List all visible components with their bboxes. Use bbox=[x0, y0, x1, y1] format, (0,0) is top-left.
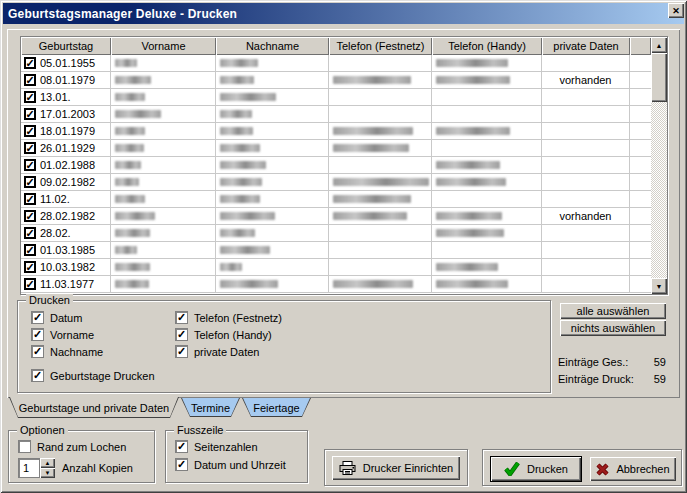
close-button[interactable]: ✕ bbox=[668, 3, 684, 18]
print-field-datum-checkbox[interactable]: ✓ bbox=[31, 311, 44, 324]
row-checkbox[interactable]: ✓ bbox=[24, 159, 36, 171]
vorname-cell bbox=[111, 276, 216, 292]
row-checkbox[interactable]: ✓ bbox=[24, 125, 36, 137]
select-all-button[interactable]: alle auswählen bbox=[560, 303, 666, 319]
column-header-2[interactable]: Vorname bbox=[111, 37, 216, 55]
print-field-telefon-festnetz--row: ✓Telefon (Festnetz) bbox=[175, 311, 282, 324]
festnetz-cell bbox=[329, 208, 432, 224]
print-field-vorname-checkbox[interactable]: ✓ bbox=[31, 328, 44, 341]
birthday-cell: ✓11.03.1977 bbox=[21, 276, 111, 292]
row-checkbox[interactable]: ✓ bbox=[24, 278, 36, 290]
table-row[interactable]: ✓28.02.1982vorhanden bbox=[21, 208, 667, 225]
row-checkbox[interactable]: ✓ bbox=[24, 142, 36, 154]
birthday-cell: ✓11.02. bbox=[21, 191, 111, 207]
footer-datum-und-uhrzeit-checkbox[interactable]: ✓ bbox=[175, 458, 188, 471]
redacted-text bbox=[115, 161, 141, 169]
row-checkbox[interactable]: ✓ bbox=[24, 74, 36, 86]
printer-setup-label: Drucker Einrichten bbox=[363, 462, 453, 474]
column-header-1[interactable]: Geburtstag bbox=[21, 37, 111, 55]
row-checkbox[interactable]: ✓ bbox=[24, 244, 36, 256]
redacted-text bbox=[220, 195, 260, 203]
vertical-scrollbar[interactable]: ▲ ▼ bbox=[651, 37, 667, 294]
table-row[interactable]: ✓28.02. bbox=[21, 225, 667, 242]
column-header-6[interactable]: private Daten bbox=[542, 37, 630, 55]
birthday-cell: ✓28.02.1982 bbox=[21, 208, 111, 224]
festnetz-cell bbox=[329, 225, 432, 241]
table-row[interactable]: ✓13.01. bbox=[21, 89, 667, 106]
print-field-telefon-handy--checkbox[interactable]: ✓ bbox=[175, 328, 188, 341]
birthday-cell: ✓08.01.1979 bbox=[21, 72, 111, 88]
print-field-telefon-festnetz--checkbox[interactable]: ✓ bbox=[175, 311, 188, 324]
footer-seitenzahlen-checkbox[interactable]: ✓ bbox=[175, 440, 188, 453]
redacted-text bbox=[220, 110, 252, 118]
table-row[interactable]: ✓05.01.1955 bbox=[21, 55, 667, 72]
print-field-telefon-handy--label: Telefon (Handy) bbox=[194, 329, 272, 341]
festnetz-cell bbox=[329, 123, 432, 139]
printer-setup-button[interactable]: Drucker Einrichten bbox=[332, 456, 460, 480]
table-row[interactable]: ✓26.01.1929 bbox=[21, 140, 667, 157]
tab-feiertage[interactable]: Feiertage bbox=[242, 398, 311, 417]
titlebar[interactable]: Geburtstagsmanager Deluxe - Drucken bbox=[3, 3, 684, 24]
handy-cell bbox=[432, 191, 542, 207]
filler-cell bbox=[630, 259, 651, 275]
scroll-up-button[interactable]: ▲ bbox=[651, 37, 667, 53]
redacted-text bbox=[436, 161, 500, 169]
tab-termine[interactable]: Termine bbox=[181, 398, 240, 417]
table-row[interactable]: ✓01.02.1988 bbox=[21, 157, 667, 174]
print-field-vorname-row: ✓Vorname bbox=[31, 328, 94, 341]
print-field-geburtstage-drucken-checkbox[interactable]: ✓ bbox=[31, 369, 44, 382]
filler-cell bbox=[630, 174, 651, 190]
row-checkbox[interactable]: ✓ bbox=[24, 176, 36, 188]
column-header-5[interactable]: Telefon (Handy) bbox=[432, 37, 542, 55]
row-checkbox[interactable]: ✓ bbox=[24, 91, 36, 103]
table-row[interactable]: ✓10.03.1982 bbox=[21, 259, 667, 276]
row-checkbox[interactable]: ✓ bbox=[24, 261, 36, 273]
row-checkbox[interactable]: ✓ bbox=[24, 227, 36, 239]
private-daten-cell bbox=[542, 89, 630, 105]
redacted-text bbox=[115, 59, 137, 67]
column-header-4[interactable]: Telefon (Festnetz) bbox=[329, 37, 432, 55]
private-daten-cell bbox=[542, 191, 630, 207]
private-daten-cell: vorhanden bbox=[542, 208, 630, 224]
redacted-text bbox=[220, 212, 275, 220]
table-row[interactable]: ✓11.03.1977 bbox=[21, 276, 667, 293]
anzahl-kopien-input[interactable]: 1 bbox=[18, 458, 40, 478]
print-field-nachname-checkbox[interactable]: ✓ bbox=[31, 345, 44, 358]
birthday-date: 09.02.1982 bbox=[40, 176, 95, 188]
table-row[interactable]: ✓01.03.1985 bbox=[21, 242, 667, 259]
column-header-3[interactable]: Nachname bbox=[216, 37, 329, 55]
optionen-groupbox-title: Optionen bbox=[17, 424, 68, 436]
scroll-down-button[interactable]: ▼ bbox=[651, 278, 667, 294]
filler-cell bbox=[630, 89, 651, 105]
row-checkbox[interactable]: ✓ bbox=[24, 108, 36, 120]
table-row[interactable]: ✓18.01.1979 bbox=[21, 123, 667, 140]
row-checkbox[interactable]: ✓ bbox=[24, 57, 36, 69]
tab-geburtstage-und-private-daten[interactable]: Geburtstage und private Daten bbox=[9, 397, 179, 418]
festnetz-cell bbox=[329, 174, 432, 190]
row-checkbox[interactable]: ✓ bbox=[24, 210, 36, 222]
row-checkbox[interactable]: ✓ bbox=[24, 193, 36, 205]
redacted-text bbox=[220, 280, 278, 288]
footer-datum-und-uhrzeit-label: Datum und Uhrzeit bbox=[194, 459, 286, 471]
redacted-text bbox=[220, 144, 260, 152]
print-field-private-daten-checkbox[interactable]: ✓ bbox=[175, 345, 188, 358]
table-row[interactable]: ✓09.02.1982 bbox=[21, 174, 667, 191]
scrollbar-thumb[interactable] bbox=[651, 53, 667, 102]
dialog-window: Geburtstagsmanager Deluxe - Drucken ✕ Ge… bbox=[0, 0, 687, 493]
table-row[interactable]: ✓08.01.1979vorhanden bbox=[21, 72, 667, 89]
table-row[interactable]: ✓11.02. bbox=[21, 191, 667, 208]
select-none-button[interactable]: nichts auswählen bbox=[560, 320, 666, 336]
spin-up-button[interactable]: ▲ bbox=[40, 458, 55, 468]
birthday-date: 11.03.1977 bbox=[40, 278, 94, 290]
scroll-up-icon: ▲ bbox=[656, 42, 663, 49]
rand-zum-lochen-checkbox[interactable] bbox=[18, 440, 31, 453]
print-field-telefon-festnetz--label: Telefon (Festnetz) bbox=[194, 312, 282, 324]
filler-cell bbox=[630, 276, 651, 292]
table-row[interactable]: ✓17.01.2003 bbox=[21, 106, 667, 123]
festnetz-cell bbox=[329, 191, 432, 207]
cancel-button[interactable]: Abbrechen bbox=[590, 457, 676, 481]
spin-down-button[interactable]: ▼ bbox=[40, 468, 55, 478]
print-button[interactable]: Drucken bbox=[490, 456, 582, 482]
redacted-text bbox=[220, 246, 270, 254]
spin-down-icon: ▼ bbox=[45, 470, 51, 476]
